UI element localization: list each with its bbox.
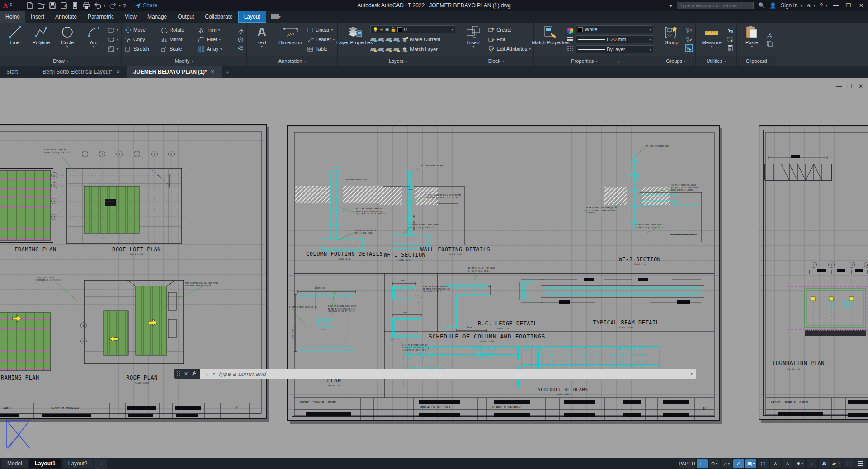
panel-label-annotation[interactable]: Annotation▾ bbox=[247, 56, 337, 66]
object-snap-toggle[interactable]: ▣▾ bbox=[745, 459, 756, 468]
clean-screen-button[interactable]: ⛶ bbox=[843, 459, 854, 468]
autodesk-caret-icon[interactable]: ▾ bbox=[813, 4, 815, 8]
arc-button[interactable]: Arc▾ bbox=[81, 23, 106, 55]
panel-label-draw[interactable]: Draw▾ bbox=[0, 56, 121, 66]
recent-commands-icon[interactable]: ▾ bbox=[213, 371, 215, 376]
layer-lock-icon[interactable] bbox=[393, 37, 400, 42]
edit-attributes-button[interactable]: Edit Attributes▾ bbox=[487, 45, 531, 53]
new-layout-button[interactable]: ＋ bbox=[94, 459, 107, 469]
lineweight-icon[interactable] bbox=[566, 36, 574, 43]
redo-caret-icon[interactable]: ▾ bbox=[119, 4, 121, 8]
explode-icon[interactable] bbox=[236, 36, 244, 43]
layer-unlock2-icon[interactable] bbox=[393, 47, 400, 52]
color-wheel-icon[interactable] bbox=[566, 27, 574, 34]
new-drawing-tab-button[interactable]: ＋ bbox=[222, 66, 233, 78]
isolate-objects-button[interactable]: 𝝙 bbox=[819, 459, 830, 468]
panel-label-layers[interactable]: Layers▾ bbox=[338, 56, 458, 66]
panel-label-utilities[interactable]: Utilities▾ bbox=[696, 56, 736, 66]
linear-button[interactable]: Linear▾ bbox=[307, 26, 335, 34]
open-icon[interactable] bbox=[38, 2, 45, 9]
select-similar-icon[interactable] bbox=[726, 36, 734, 43]
rectangle-icon[interactable] bbox=[108, 26, 115, 33]
rotate-button[interactable]: Rotate bbox=[160, 26, 197, 34]
layer-on2-icon[interactable] bbox=[370, 47, 377, 52]
autocad-logo[interactable]: ALT▾ bbox=[3, 1, 18, 9]
undo-icon[interactable] bbox=[94, 2, 101, 9]
selection-cycling-toggle[interactable]: ⬚ bbox=[758, 459, 769, 468]
search-expand-icon[interactable]: ▸ bbox=[670, 2, 672, 9]
table-button[interactable]: Table bbox=[307, 45, 335, 53]
redo-icon[interactable] bbox=[109, 2, 117, 9]
qat-customize-icon[interactable]: ⊽ bbox=[123, 3, 126, 8]
ribbon-tab-view[interactable]: View bbox=[119, 11, 142, 23]
paste-button[interactable]: Paste▾ bbox=[740, 23, 764, 55]
quick-calc-icon[interactable] bbox=[726, 44, 734, 52]
cut-icon[interactable] bbox=[766, 32, 773, 39]
leader-button[interactable]: Leader▾ bbox=[307, 35, 335, 43]
doc-close-icon[interactable]: ✕ bbox=[858, 83, 863, 89]
signin-caret-icon[interactable]: ▾ bbox=[801, 4, 802, 8]
undo-caret-icon[interactable]: ▾ bbox=[104, 4, 105, 8]
ribbon-tab-insert[interactable]: Insert bbox=[25, 11, 50, 23]
polar-tracking-toggle[interactable]: ⊙▾ bbox=[709, 459, 720, 468]
panel-label-clipboard[interactable]: Clipboard bbox=[737, 56, 776, 66]
doc-restore-icon[interactable]: ❐ bbox=[847, 83, 853, 89]
new-file-icon[interactable] bbox=[26, 2, 33, 9]
ungroup-icon[interactable] bbox=[685, 27, 693, 34]
block-edit-button[interactable]: Edit bbox=[487, 35, 531, 43]
drawing-canvas[interactable]: — ❐ ✕ bbox=[0, 78, 868, 469]
file-tab-benji[interactable]: Benji Sotto Electrical Layout*✕ bbox=[36, 66, 127, 78]
doc-minimize-icon[interactable]: — bbox=[836, 83, 842, 89]
quick-select-icon[interactable] bbox=[726, 27, 734, 34]
layer-select[interactable]: 💡 ☀ ▣ 🔓 0▾ bbox=[370, 25, 455, 33]
ribbon-tab-manage[interactable]: Manage bbox=[142, 11, 172, 23]
file-tab-start[interactable]: Start bbox=[0, 66, 36, 78]
layer-freeze-icon[interactable] bbox=[386, 37, 392, 42]
help-search-input[interactable] bbox=[677, 2, 754, 9]
restore-button[interactable]: ❐ bbox=[844, 2, 853, 9]
mirror-button[interactable]: Mirror bbox=[160, 35, 197, 43]
measure-button[interactable]: Measure▾ bbox=[698, 23, 725, 55]
close-tab-icon[interactable]: ✕ bbox=[211, 69, 215, 75]
annotation-scale-button[interactable]: ⅄ bbox=[770, 459, 781, 468]
signin-label[interactable]: Sign In bbox=[781, 2, 797, 9]
hatch-icon[interactable] bbox=[108, 45, 115, 52]
model-tab[interactable]: Model bbox=[2, 459, 28, 468]
group-button[interactable]: Group bbox=[659, 23, 684, 55]
grid-display-toggle[interactable]: ∟ bbox=[697, 459, 708, 468]
help-icon[interactable]: ? bbox=[820, 2, 823, 9]
ribbon-display-caret-icon[interactable]: ▾ bbox=[279, 15, 281, 19]
match-layer-button[interactable]: Match Layer bbox=[401, 45, 438, 53]
print-icon[interactable] bbox=[83, 2, 90, 9]
object-color-select[interactable]: White▾ bbox=[576, 25, 653, 33]
search-icon[interactable]: 🔍 bbox=[758, 2, 765, 9]
make-current-button[interactable]: Make Current bbox=[401, 35, 440, 43]
layer-off-icon[interactable] bbox=[370, 37, 377, 42]
help-caret-icon[interactable]: ▾ bbox=[826, 4, 827, 8]
plot-icon[interactable] bbox=[71, 2, 79, 9]
command-expand-icon[interactable]: ▾ bbox=[690, 371, 693, 376]
linetype-select[interactable]: ByLayer▾ bbox=[576, 45, 653, 53]
fillet-button[interactable]: Fillet▾ bbox=[198, 35, 236, 43]
layout2-tab[interactable]: Layout2 bbox=[63, 459, 93, 468]
ribbon-display-icon[interactable] bbox=[271, 14, 279, 19]
layer-isolate-icon[interactable] bbox=[378, 37, 384, 42]
ribbon-tab-layout[interactable]: Layout bbox=[238, 11, 266, 23]
trim-button[interactable]: Trim▾ bbox=[198, 26, 236, 34]
save-icon[interactable] bbox=[49, 2, 56, 9]
erase-icon[interactable] bbox=[236, 27, 244, 34]
annotation-visibility-button[interactable]: ⅄ bbox=[782, 459, 793, 468]
close-button[interactable]: ✕ bbox=[857, 2, 865, 9]
layout1-tab[interactable]: Layout1 bbox=[29, 459, 61, 468]
dimension-button[interactable]: Dimension bbox=[276, 23, 305, 55]
group-edit-icon[interactable] bbox=[685, 36, 693, 43]
workspace-switch-button[interactable]: ✱▾ bbox=[794, 459, 805, 468]
paper-space-toggle[interactable]: PAPER bbox=[679, 459, 695, 468]
scale-button[interactable]: Scale bbox=[160, 45, 197, 53]
graphics-performance-button[interactable]: ▰✓ bbox=[831, 459, 842, 468]
copy-button[interactable]: Copy bbox=[124, 35, 160, 43]
polyline-button[interactable]: Polyline bbox=[29, 23, 53, 55]
layer-thaw2-icon[interactable] bbox=[386, 47, 392, 52]
panel-label-block[interactable]: Block▾ bbox=[458, 56, 533, 66]
panel-label-properties[interactable]: Properties▾⌟ bbox=[534, 56, 656, 66]
